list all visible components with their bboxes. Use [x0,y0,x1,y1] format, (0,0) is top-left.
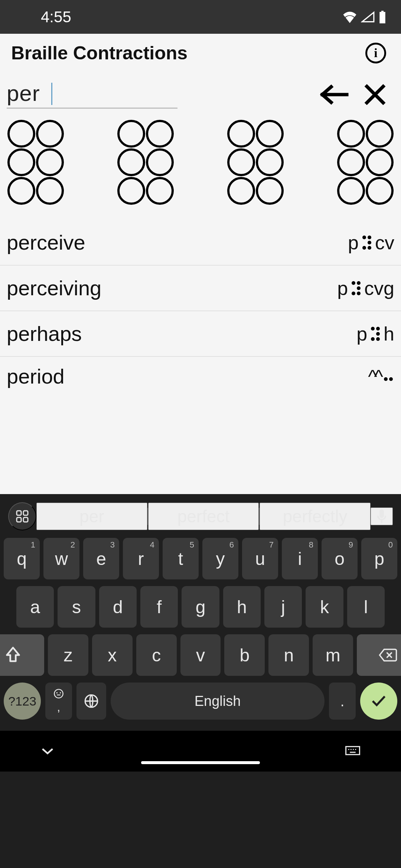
status-icons [342,11,386,23]
svg-rect-6 [379,509,384,518]
key-c[interactable]: c [136,634,177,676]
key-h[interactable]: h [223,586,261,628]
back-button[interactable] [316,81,353,108]
braille-cell[interactable] [7,120,64,205]
suggestion[interactable]: per [36,503,147,530]
check-icon [371,694,387,708]
result-word: period [7,364,65,388]
key-rows: q1w2e3r4t5y6u7i8o9p0 asdfghjkl zxcvbnm [0,538,401,676]
hide-keyboard-button[interactable] [37,743,58,759]
app-header: Braille Contractions i [0,34,401,72]
status-time: 4:55 [41,8,71,26]
battery-icon [379,11,386,23]
key-p[interactable]: p0 [361,538,397,579]
key-row-2: asdfghjkl [4,586,397,628]
grid-icon [16,510,29,523]
key-j[interactable]: j [264,586,302,628]
search-input[interactable] [7,80,177,106]
svg-rect-2 [17,511,21,515]
shift-icon [5,646,21,664]
key-n[interactable]: n [268,634,309,676]
svg-rect-0 [379,12,385,23]
svg-point-14 [353,749,354,750]
braille-glyph-icon [371,327,380,341]
svg-point-12 [348,749,349,750]
status-bar: 4:55 [0,0,401,34]
enter-key[interactable] [360,683,397,720]
keyboard: per perfect perfectly q1w2e3r4t5y6u7i8o9… [0,494,401,868]
key-w[interactable]: w2 [43,538,79,579]
key-e[interactable]: e3 [83,538,119,579]
key-k[interactable]: k [306,586,343,628]
svg-rect-5 [23,517,28,522]
nav-handle[interactable] [141,761,260,764]
result-contraction: ^^ [368,364,394,388]
braille-glyph-icon [362,236,371,250]
result-item[interactable]: perhaps p h [0,311,401,357]
suggestion-bar: per perfect perfectly [0,500,401,538]
braille-glyph-icon [384,372,393,381]
braille-cell[interactable] [227,120,284,205]
result-item[interactable]: perceive p cv [0,220,401,266]
key-x[interactable]: x [92,634,133,676]
key-z[interactable]: z [48,634,88,676]
search-input-wrap[interactable] [7,80,177,109]
result-item[interactable]: perceiving p cvg [0,266,401,311]
key-m[interactable]: m [313,634,353,676]
backspace-icon [378,648,398,662]
key-v[interactable]: v [180,634,221,676]
key-y[interactable]: y6 [202,538,238,579]
svg-rect-11 [346,747,360,755]
key-r[interactable]: r4 [123,538,159,579]
key-row-3: zxcvbnm [4,634,397,676]
svg-rect-3 [23,511,28,515]
key-u[interactable]: u7 [242,538,278,579]
key-g[interactable]: g [182,586,219,628]
backspace-key[interactable] [357,634,401,676]
suggestion[interactable]: perfect [148,503,259,530]
globe-icon [84,694,99,708]
suggestion[interactable]: perfectly [260,503,371,530]
key-d[interactable]: d [99,586,137,628]
result-item[interactable]: period ^^ [0,357,401,388]
result-contraction: p h [356,323,394,345]
mic-icon [375,508,388,525]
shift-key[interactable] [0,634,44,676]
nav-bar [0,731,401,772]
svg-point-8 [56,692,58,694]
language-key[interactable] [76,683,106,720]
key-i[interactable]: i8 [282,538,318,579]
key-l[interactable]: l [347,586,385,628]
period-key[interactable]: . [329,683,356,720]
chevron-down-icon [41,747,54,756]
info-button[interactable]: i [365,43,386,63]
key-s[interactable]: s [58,586,95,628]
info-icon: i [374,46,377,60]
braille-display[interactable] [0,109,401,220]
space-key[interactable]: English [111,683,325,720]
arrow-left-icon [320,85,349,105]
key-row-1: q1w2e3r4t5y6u7i8o9p0 [4,538,397,579]
key-t[interactable]: t5 [163,538,199,579]
keyboard-tools-button[interactable] [8,502,36,530]
results-list[interactable]: perceive p cv perceiving p cvg perhaps p… [0,220,401,494]
key-f[interactable]: f [140,586,178,628]
clear-button[interactable] [360,80,390,109]
braille-cell[interactable] [337,120,394,205]
key-row-bottom: ?123 , English . [0,683,401,720]
key-b[interactable]: b [224,634,265,676]
braille-cell[interactable] [117,120,174,205]
key-o[interactable]: o9 [322,538,358,579]
voice-input-button[interactable] [371,507,393,525]
close-icon [364,83,386,106]
wifi-icon [342,11,357,23]
numsym-key[interactable]: ?123 [4,683,41,720]
emoji-icon [53,688,64,699]
svg-rect-4 [17,517,21,522]
key-q[interactable]: q1 [4,538,40,579]
result-contraction: p cv [348,231,394,254]
keyboard-switch-button[interactable] [342,742,364,760]
key-a[interactable]: a [16,586,54,628]
braille-glyph-icon [352,281,361,295]
emoji-comma-key[interactable]: , [45,683,72,720]
